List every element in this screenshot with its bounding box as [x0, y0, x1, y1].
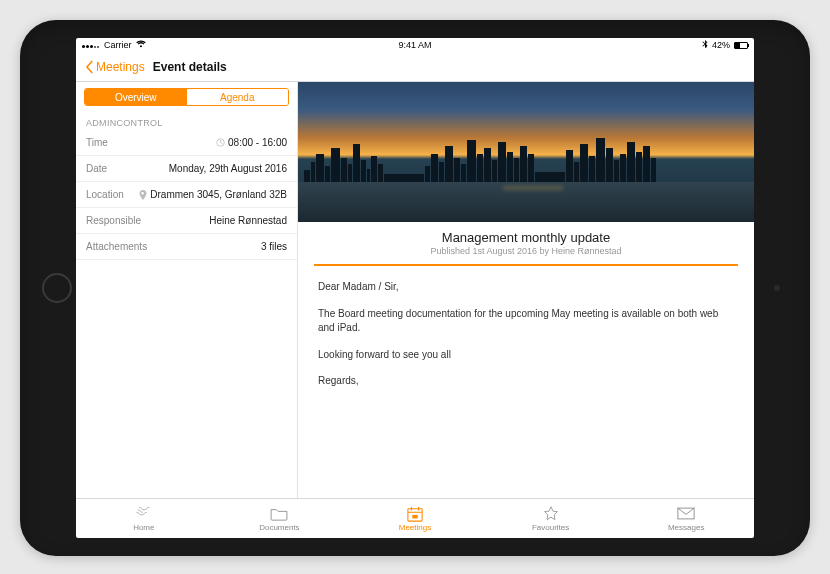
row-location: Location Drammen 3045, Grønland 32B — [76, 182, 297, 208]
row-attachments[interactable]: Attachements 3 files — [76, 234, 297, 260]
tab-label: Favourites — [532, 523, 569, 532]
tab-messages[interactable]: Messages — [618, 499, 754, 538]
row-label: Location — [86, 189, 124, 200]
body-paragraph: The Board meeting documentation for the … — [318, 307, 734, 336]
segmented-control: Overview Agenda — [84, 88, 289, 106]
hero-image — [298, 82, 754, 222]
screen: Carrier 9:41 AM 42% Meetings Event detai… — [76, 38, 754, 538]
envelope-icon — [677, 506, 695, 522]
row-label: Attachements — [86, 241, 147, 252]
navigation-bar: Meetings Event details — [76, 52, 754, 82]
row-value: 08:00 - 16:00 — [228, 137, 287, 148]
back-label: Meetings — [96, 60, 145, 74]
row-value: Monday, 29th August 2016 — [169, 163, 287, 174]
content-body: Overview Agenda ADMINCONTROL Time 08:00 … — [76, 82, 754, 498]
tab-home[interactable]: Home — [76, 499, 212, 538]
ipad-frame: Carrier 9:41 AM 42% Meetings Event detai… — [20, 20, 810, 556]
row-responsible: Responsible Heine Rønnestad — [76, 208, 297, 234]
skyline-graphic — [298, 136, 754, 184]
group-label: ADMINCONTROL — [76, 114, 297, 130]
document-header: Management monthly update Published 1st … — [298, 222, 754, 260]
tab-label: Meetings — [399, 523, 431, 532]
body-paragraph: Dear Madam / Sir, — [318, 280, 734, 295]
row-date: Date Monday, 29th August 2016 — [76, 156, 297, 182]
front-camera — [774, 285, 780, 291]
row-value: 3 files — [261, 241, 287, 252]
tab-label: Messages — [668, 523, 704, 532]
status-time: 9:41 AM — [76, 40, 754, 50]
home-icon — [135, 506, 153, 522]
details-sidebar: Overview Agenda ADMINCONTROL Time 08:00 … — [76, 82, 298, 498]
chevron-left-icon — [82, 60, 96, 74]
tab-bar: Home Documents Meetings Favourites — [76, 498, 754, 538]
folder-icon — [270, 506, 288, 522]
svg-rect-2 — [412, 514, 417, 518]
back-button[interactable]: Meetings — [82, 60, 145, 74]
status-bar: Carrier 9:41 AM 42% — [76, 38, 754, 52]
main-content: Management monthly update Published 1st … — [298, 82, 754, 498]
tab-favourites[interactable]: Favourites — [483, 499, 619, 538]
battery-icon — [734, 42, 748, 49]
tab-label: Documents — [259, 523, 299, 532]
tab-meetings[interactable]: Meetings — [347, 499, 483, 538]
star-icon — [542, 506, 560, 522]
row-label: Date — [86, 163, 107, 174]
body-paragraph: Regards, — [318, 374, 734, 389]
row-time: Time 08:00 - 16:00 — [76, 130, 297, 156]
calendar-icon — [406, 506, 424, 522]
tab-agenda[interactable]: Agenda — [187, 89, 289, 105]
row-label: Responsible — [86, 215, 141, 226]
tab-documents[interactable]: Documents — [212, 499, 348, 538]
home-button-hardware — [42, 273, 72, 303]
document-title: Management monthly update — [298, 230, 754, 245]
row-label: Time — [86, 137, 108, 148]
pin-icon — [138, 190, 147, 199]
body-paragraph: Looking forward to see you all — [318, 348, 734, 363]
svg-rect-1 — [408, 508, 422, 520]
row-value: Drammen 3045, Grønland 32B — [150, 189, 287, 200]
tab-overview[interactable]: Overview — [85, 89, 187, 105]
page-title: Event details — [153, 60, 227, 74]
row-value: Heine Rønnestad — [209, 215, 287, 226]
clock-icon — [216, 138, 225, 147]
tab-label: Home — [133, 523, 154, 532]
document-body[interactable]: Dear Madam / Sir, The Board meeting docu… — [298, 266, 754, 415]
document-subtitle: Published 1st August 2016 by Heine Rønne… — [298, 246, 754, 256]
